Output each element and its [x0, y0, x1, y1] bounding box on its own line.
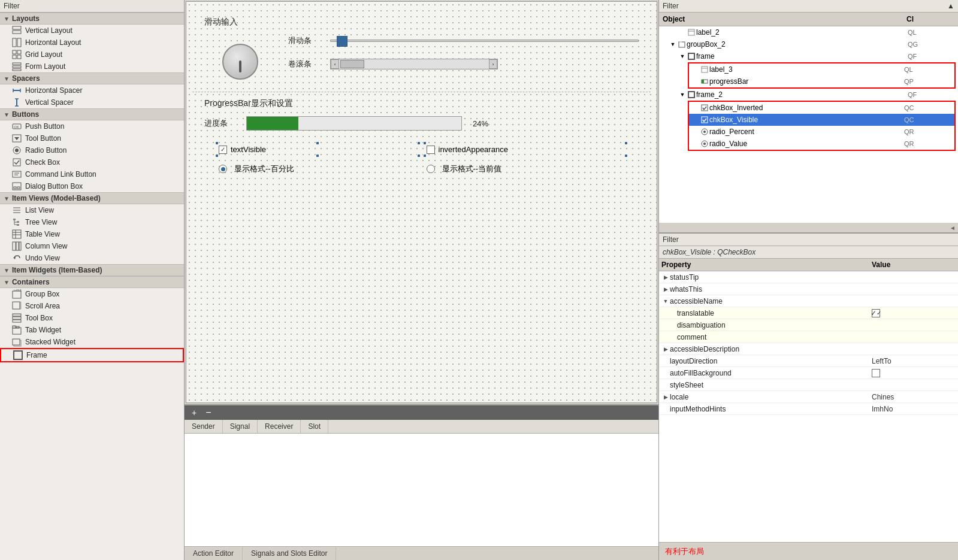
spacers-arrow: ▼	[4, 75, 10, 82]
sidebar-item-column-view[interactable]: Column View	[0, 240, 184, 252]
radio-percent-circle[interactable]	[219, 165, 227, 173]
section-layouts[interactable]: ▼ Layouts	[0, 13, 184, 25]
translatable-checkbox[interactable]: ✓	[872, 309, 880, 317]
prop-row-disambiguation[interactable]: disambiguation	[659, 319, 958, 331]
tree-item-radio-percent[interactable]: radio_Percent QR	[689, 126, 954, 138]
tab-signal[interactable]: Signal	[223, 420, 258, 433]
tree-item-radio-value[interactable]: radio_Value QR	[689, 138, 954, 150]
sidebar-item-grid-layout[interactable]: Grid Layout	[0, 49, 184, 60]
prop-expand-accessibledesc[interactable]: ▶	[661, 345, 670, 353]
sidebar-item-stacked-widget[interactable]: Stacked Widget	[0, 336, 184, 348]
prop-row-translatable[interactable]: translatable ✓	[659, 307, 958, 319]
sidebar-item-vertical-spacer[interactable]: Vertical Spacer	[0, 96, 184, 108]
prop-row-whatsthis[interactable]: ▶ whatsThis	[659, 283, 958, 295]
tree-arrow-groupbox2[interactable]: ▼	[669, 40, 677, 49]
tree-arrow-chkbox-visible	[691, 116, 700, 124]
tree-icon-frame	[687, 52, 696, 61]
tab-receiver[interactable]: Receiver	[258, 420, 301, 433]
bottom-tabs: Action Editor Signals and Slots Editor	[185, 546, 658, 560]
vertical-layout-icon	[12, 26, 22, 35]
sidebar-item-command-link-button[interactable]: Command Link Button	[0, 168, 184, 180]
section-spacers[interactable]: ▼ Spacers	[0, 72, 184, 84]
svg-rect-3	[17, 38, 21, 47]
sidebar-item-form-layout[interactable]: Form Layout	[0, 60, 184, 72]
text-visible-checkbox[interactable]	[219, 146, 227, 154]
sidebar-item-list-view[interactable]: List View	[0, 204, 184, 216]
sidebar-item-vertical-layout[interactable]: Vertical Layout	[0, 25, 184, 37]
prop-row-comment[interactable]: comment	[659, 331, 958, 343]
dialog-button-box-icon	[12, 181, 22, 191]
filter-collapse-arrow[interactable]: ▲	[947, 2, 954, 10]
svg-rect-55	[13, 326, 16, 328]
scroll-thumb[interactable]	[340, 60, 364, 68]
prop-row-layoutdirection[interactable]: layoutDirection LeftTo	[659, 355, 958, 367]
tab-signals-slots-editor[interactable]: Signals and Slots Editor	[243, 547, 336, 560]
sidebar-item-tool-button[interactable]: Tool Button	[0, 132, 184, 144]
prop-row-locale[interactable]: ▶ locale Chines	[659, 391, 958, 403]
sidebar-item-horizontal-layout[interactable]: Horizontal Layout	[0, 37, 184, 49]
prop-row-autofill[interactable]: autoFillBackground	[659, 367, 958, 379]
section-buttons[interactable]: ▼ Buttons	[0, 108, 184, 120]
scroll-right-arrow[interactable]: ›	[489, 59, 497, 69]
prop-row-stylesheet[interactable]: styleSheet	[659, 379, 958, 391]
sidebar-item-tool-box[interactable]: Tool Box	[0, 312, 184, 324]
tab-slot[interactable]: Slot	[301, 420, 328, 433]
prop-expand-statustip[interactable]: ▶	[661, 273, 670, 281]
sidebar-item-radio-button[interactable]: Radio Button	[0, 144, 184, 156]
prop-row-accessibledesc[interactable]: ▶ accessibleDescription	[659, 343, 958, 355]
tree-item-label3[interactable]: label_3 QL	[689, 63, 954, 75]
sidebar-item-tree-view[interactable]: Tree View	[0, 216, 184, 228]
signal-add-button[interactable]: +	[188, 407, 200, 419]
tree-item-chkbox-visible[interactable]: chkBox_Visible QC	[689, 114, 954, 126]
radio-value-item[interactable]: 显示格式--当前值	[424, 161, 627, 177]
prop-row-statustip[interactable]: ▶ statusTip	[659, 271, 958, 283]
tree-arrow-frame[interactable]: ▼	[678, 52, 687, 60]
dial-widget[interactable]	[222, 44, 258, 80]
sidebar-item-push-button[interactable]: OK Push Button	[0, 120, 184, 132]
prop-expand-accessiblename[interactable]: ▼	[661, 297, 670, 305]
tab-action-editor[interactable]: Action Editor	[185, 547, 243, 560]
slider-thumb[interactable]	[337, 36, 347, 47]
tree-item-progressbar[interactable]: progressBar QP	[689, 75, 954, 87]
section-item-views[interactable]: ▼ Item Views (Model-Based)	[0, 192, 184, 204]
svg-rect-62	[679, 42, 685, 47]
tree-arrow-frame2[interactable]: ▼	[678, 90, 687, 99]
undo-view-icon	[12, 253, 22, 263]
tree-item-groupbox2[interactable]: ▼ groupBox_2 QG	[659, 38, 958, 50]
svg-rect-68	[702, 80, 704, 83]
tree-item-frame[interactable]: ▼ frame QF	[659, 50, 958, 62]
svg-rect-0	[13, 26, 21, 29]
section-item-widgets[interactable]: ▼ Item Widgets (Item-Based)	[0, 264, 184, 276]
scroll-left-arrow[interactable]: ‹	[331, 59, 339, 69]
sidebar-item-frame[interactable]: Frame	[0, 348, 184, 362]
sidebar-item-check-box[interactable]: Check Box	[0, 156, 184, 168]
tree-scroll-bar[interactable]: ◄	[659, 223, 958, 232]
sidebar-item-dialog-button-box[interactable]: Dialog Button Box	[0, 180, 184, 192]
sidebar-item-group-box[interactable]: Group Group Box	[0, 288, 184, 300]
prop-row-inputmethodhints[interactable]: inputMethodHints ImhNo	[659, 403, 958, 415]
radio-percent-item[interactable]: 显示格式--百分比	[216, 161, 419, 177]
prop-value-autofill[interactable]	[872, 369, 956, 377]
scrollbar-track[interactable]: ‹ ›	[330, 59, 498, 69]
sidebar-item-horizontal-spacer[interactable]: Horizontal Spacer	[0, 84, 184, 96]
sidebar-item-tab-widget[interactable]: Tab Widget	[0, 324, 184, 336]
tree-item-frame2[interactable]: ▼ frame_2 QF	[659, 89, 958, 101]
prop-value-translatable[interactable]: ✓	[872, 309, 956, 317]
sidebar-item-table-view[interactable]: Table View	[0, 228, 184, 240]
tree-item-chkbox-inverted[interactable]: chkBox_Inverted QC	[689, 102, 954, 114]
prop-expand-locale[interactable]: ▶	[661, 393, 670, 401]
autofill-checkbox[interactable]	[872, 369, 880, 377]
section-containers[interactable]: ▼ Containers	[0, 276, 184, 288]
inverted-appearance-checkbox[interactable]	[427, 146, 435, 154]
radio-value-circle[interactable]	[427, 165, 435, 173]
prop-row-accessiblename[interactable]: ▼ accessibleName	[659, 295, 958, 307]
signal-remove-button[interactable]: −	[203, 407, 214, 419]
tree-item-label2[interactable]: label_2 QL	[659, 26, 958, 38]
sidebar-item-scroll-area[interactable]: Scroll Area	[0, 300, 184, 312]
prop-expand-whatsthis[interactable]: ▶	[661, 285, 670, 293]
prop-expand-autofill	[661, 369, 670, 377]
sidebar-item-undo-view[interactable]: Undo View	[0, 252, 184, 264]
tab-sender[interactable]: Sender	[185, 420, 223, 433]
slider-track[interactable]	[330, 40, 639, 42]
tree-name-frame: frame	[696, 52, 908, 60]
